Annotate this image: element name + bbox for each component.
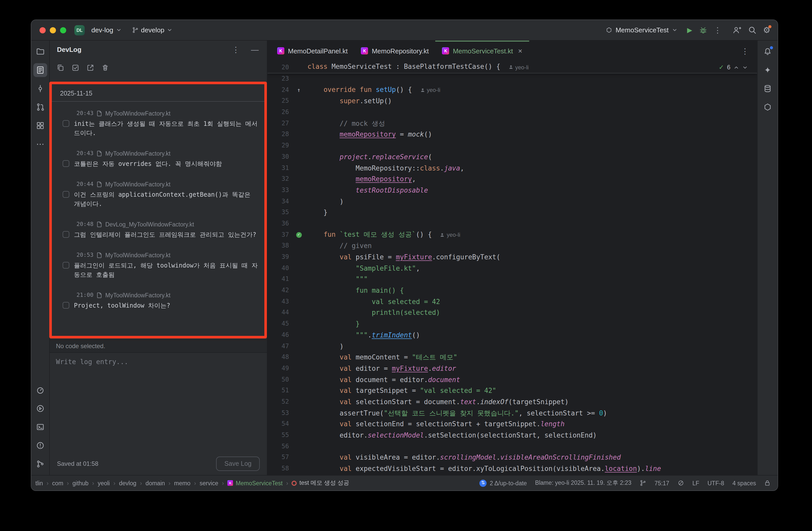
editor-area: KMemoDetailPanel.ktKMemoRepository.ktKMe… — [267, 41, 757, 475]
export-log-icon[interactable] — [86, 64, 95, 72]
next-occurrence-icon[interactable] — [742, 64, 748, 70]
code-line: 57 val visibleArea = editor.scrollingMod… — [267, 452, 757, 463]
breadcrumb-separator-icon: › — [140, 480, 142, 486]
debug-button[interactable] — [699, 26, 707, 34]
line-number: 49 — [267, 363, 290, 374]
breadcrumb-item[interactable]: tlin — [35, 480, 43, 486]
log-entry-meta: 21:00MyToolWindowFactory.kt — [76, 292, 260, 298]
log-entry[interactable]: 21:00MyToolWindowFactory.ktProject, tool… — [50, 292, 267, 310]
breadcrumb-item[interactable]: memo — [174, 480, 190, 486]
git-sync-widget[interactable]: ⇅2 Δ/up-to-date — [479, 479, 527, 487]
blame-widget[interactable]: Blame: yeo-li 2025. 11. 19. 오후 2:23 — [535, 479, 631, 487]
code-with-me-icon[interactable] — [732, 26, 741, 34]
code-line: 25 super.setUp() — [267, 96, 757, 107]
more-tool-windows-icon[interactable]: ⋯ — [33, 137, 47, 151]
version-control-icon[interactable] — [33, 457, 47, 471]
log-entry-time: 20:43 — [76, 150, 93, 157]
run-button[interactable]: ▶ — [687, 27, 692, 33]
kotlin-file-icon: K — [227, 480, 233, 486]
code-text: val selected = 42 — [307, 296, 440, 307]
ai-assistant-icon[interactable]: ✦ — [761, 63, 774, 77]
project-view-icon[interactable] — [33, 45, 47, 59]
database-icon[interactable] — [761, 82, 774, 96]
log-entry[interactable]: 20:44MyToolWindowFactory.kt이건 스프링의 appli… — [50, 181, 267, 209]
copy-log-icon[interactable] — [56, 64, 65, 72]
settings-gear-icon[interactable]: ⚙ — [763, 26, 770, 34]
editor-tab[interactable]: KMemoDetailPanel.kt — [271, 41, 354, 61]
commit-icon[interactable] — [33, 82, 47, 96]
project-selector[interactable]: dev-log — [88, 24, 125, 36]
log-entry[interactable]: 20:43MyToolWindowFactory.kt코틀린은 자동 overr… — [50, 150, 267, 169]
line-number: 23 — [267, 73, 290, 85]
line-number: 46 — [267, 330, 290, 341]
breadcrumb-item[interactable]: yeoli — [98, 480, 110, 486]
code-line: 20class MemoServiceTest : BasePlatformTe… — [267, 61, 757, 73]
log-entry-checkbox[interactable] — [63, 160, 69, 167]
profiler-icon[interactable] — [33, 383, 47, 397]
log-entry-checkbox[interactable] — [63, 191, 69, 198]
line-number: 38 — [267, 241, 290, 252]
editor-tab[interactable]: KMemoServiceTest.kt× — [436, 41, 529, 61]
devlog-tool-window-icon[interactable] — [33, 63, 47, 77]
previous-occurrence-icon[interactable] — [734, 64, 739, 70]
search-everywhere-icon[interactable] — [748, 26, 756, 34]
file-encoding[interactable]: UTF-8 — [708, 480, 724, 486]
editor-tab[interactable]: KMemoRepository.kt — [354, 41, 436, 61]
problems-icon[interactable] — [33, 439, 47, 453]
checked-tasks-icon[interactable] — [71, 64, 79, 72]
breadcrumb-item[interactable]: github — [72, 480, 89, 486]
override-marker-icon[interactable]: ↑ — [297, 85, 300, 96]
run-test-icon[interactable]: ✓ — [296, 232, 302, 238]
log-entry-checkbox[interactable] — [63, 120, 69, 127]
breadcrumb-item[interactable]: devlog — [119, 480, 136, 486]
caret-position[interactable]: 75:17 — [654, 480, 669, 486]
readonly-lock-icon[interactable] — [764, 480, 770, 486]
devlog-options-kebab-icon[interactable]: ⋮ — [229, 45, 243, 53]
log-entry-body: init는 클래스가 생성될 때 자동으로 최초 1회 실행되는 메서드이다. — [63, 119, 260, 138]
services-icon[interactable] — [33, 402, 47, 415]
pull-requests-icon[interactable] — [33, 100, 47, 114]
structure-icon[interactable] — [33, 119, 47, 132]
chevron-down-icon — [116, 27, 121, 33]
tests-passed-count: 6 — [727, 64, 730, 71]
branch-selector[interactable]: develop — [128, 24, 176, 36]
log-entry[interactable]: 20:43MyToolWindowFactory.ktinit는 클래스가 생성… — [50, 110, 267, 138]
zoom-window-button[interactable] — [60, 27, 66, 33]
terminal-icon[interactable] — [33, 420, 47, 434]
code-line: 51 val targetSnippet = "val selected = 4… — [267, 385, 757, 397]
delete-log-icon[interactable] — [101, 64, 109, 72]
breadcrumb-item[interactable]: test 메모 생성 성공 — [292, 479, 349, 487]
kotlin-file-icon: K — [277, 47, 284, 55]
code-editor[interactable]: 20class MemoServiceTest : BasePlatformTe… — [267, 61, 757, 475]
line-separator[interactable]: LF — [692, 480, 699, 486]
indent-size[interactable]: 4 spaces — [733, 480, 756, 486]
line-number: 53 — [267, 407, 290, 418]
save-log-button[interactable]: Save Log — [216, 457, 260, 471]
log-entry-body: 이건 스프링의 applicationContext.getBean()과 똑같… — [63, 190, 260, 209]
line-number: 39 — [267, 252, 290, 263]
close-window-button[interactable] — [40, 27, 46, 33]
breadcrumb-item[interactable]: domain — [146, 480, 165, 486]
breadcrumb-item[interactable]: service — [200, 480, 218, 486]
log-entry[interactable]: 20:53MyToolWindowFactory.kt플러그인이 로드되고, 해… — [50, 252, 267, 279]
close-tab-icon[interactable]: × — [518, 47, 522, 55]
breadcrumb-item[interactable]: KMemoServiceTest — [227, 480, 282, 486]
breadcrumb-item[interactable]: com — [52, 480, 63, 486]
log-entry[interactable]: 20:48DevLog_MyToolWindowFactory.kt그럼 인텔리… — [50, 221, 267, 239]
highlighting-off-icon[interactable] — [678, 480, 684, 486]
run-more-actions-icon[interactable]: ⋮ — [714, 26, 721, 34]
vcs-update-icon[interactable] — [640, 480, 646, 486]
log-entry-checkbox[interactable] — [63, 302, 69, 308]
minimize-window-button[interactable] — [50, 27, 56, 33]
tab-options-kebab-icon[interactable]: ⋮ — [741, 47, 749, 55]
hide-tool-window-icon[interactable]: — — [248, 45, 262, 53]
test-results-widget[interactable]: ✓ 6 — [719, 64, 748, 71]
log-entry-input[interactable] — [56, 358, 261, 447]
code-line: 32 memoRepository, — [267, 174, 757, 185]
gradle-icon[interactable] — [761, 100, 774, 114]
log-entry-checkbox[interactable] — [63, 262, 69, 269]
code-text: fun `test 메모 생성 성공`() {yeo-li — [307, 229, 460, 241]
log-entry-checkbox[interactable] — [63, 231, 69, 238]
run-configuration-selector[interactable]: MemoServiceTest — [603, 24, 681, 36]
notifications-bell-icon[interactable] — [761, 45, 774, 59]
